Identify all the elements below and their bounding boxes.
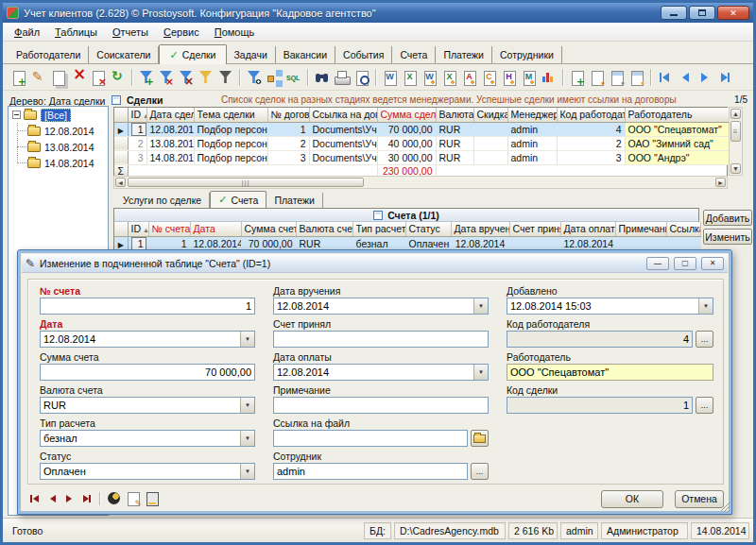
export-html-icon[interactable]: [499, 67, 519, 87]
col-note[interactable]: Примечание: [615, 222, 666, 236]
currency-input[interactable]: [40, 397, 255, 414]
col-subject[interactable]: Тема сделки: [194, 108, 267, 122]
deal-lookup-button[interactable]: ...: [696, 397, 713, 414]
dropdown-arrow-icon[interactable]: [240, 398, 254, 413]
file-link-input[interactable]: [273, 430, 468, 447]
col-discount[interactable]: Скидка: [473, 108, 507, 122]
menu-tables[interactable]: Таблицы: [47, 25, 105, 40]
protocol-icon[interactable]: [144, 490, 161, 507]
tree-node-date1[interactable]: 12.08.2014: [27, 123, 108, 139]
col-amount[interactable]: Сумма сделки: [377, 108, 436, 122]
col-link[interactable]: Ссылка: [666, 222, 700, 236]
filter-remove-icon[interactable]: [156, 67, 176, 87]
tree-setup-icon[interactable]: [264, 67, 284, 87]
payment-date-input[interactable]: [273, 364, 489, 381]
delivery-date-input[interactable]: [273, 298, 489, 315]
tab-vacancies[interactable]: Вакансии: [276, 46, 335, 63]
deals-row-3[interactable]: 3 14.08.2014 Подбор персонала 3 Document…: [114, 150, 729, 164]
employer-input[interactable]: [507, 364, 713, 381]
dialog-resize-grip[interactable]: [720, 502, 730, 512]
dropdown-arrow-icon[interactable]: [698, 298, 713, 314]
scroll-left-icon[interactable]: ◄: [115, 178, 126, 187]
cancel-button[interactable]: Отмена: [675, 490, 724, 508]
record-delete-icon[interactable]: [68, 67, 88, 87]
filter-view-icon[interactable]: [244, 67, 264, 87]
preview-icon[interactable]: [352, 67, 371, 87]
filter-remove-all-icon[interactable]: [176, 67, 196, 87]
hscroll-thumb[interactable]: |||: [128, 178, 364, 187]
refresh-icon[interactable]: [108, 67, 128, 87]
menu-file[interactable]: Файл: [7, 25, 47, 40]
dialog-close-button[interactable]: ✕: [701, 257, 724, 270]
template-icon[interactable]: [125, 490, 142, 507]
col-amount[interactable]: Сумма счета: [241, 222, 296, 236]
record-copy-icon[interactable]: [48, 67, 68, 87]
ok-button[interactable]: ОК: [601, 490, 663, 508]
scroll-up-icon[interactable]: ▲: [730, 109, 741, 119]
tree-node-date3[interactable]: 14.08.2014: [27, 155, 108, 171]
table-delete-icon[interactable]: [88, 67, 108, 87]
record-last-icon[interactable]: [78, 491, 94, 506]
col-currency[interactable]: Валюта счета: [296, 222, 352, 236]
subtab-services[interactable]: Услуги по сделке: [115, 193, 210, 208]
export-xml-icon[interactable]: [519, 67, 539, 87]
vscroll-thumb[interactable]: ≡: [730, 121, 741, 142]
browse-file-button[interactable]: [471, 430, 489, 447]
nav-next-icon[interactable]: [695, 67, 714, 87]
col-manager[interactable]: Менеджер: [507, 108, 557, 122]
dropdown-arrow-icon[interactable]: [473, 365, 488, 380]
deals-vscrollbar[interactable]: ▲ ≡ ▼: [729, 107, 743, 176]
sql-query-icon[interactable]: [284, 67, 303, 87]
menu-reports[interactable]: Отчеты: [105, 25, 156, 40]
tab-tasks[interactable]: Задачи: [227, 46, 276, 63]
dialog-maximize-button[interactable]: ▢: [674, 257, 696, 270]
tree-root-label[interactable]: [Все]: [41, 109, 71, 122]
amount-input[interactable]: [40, 364, 255, 381]
filter-custom-icon[interactable]: [196, 67, 215, 87]
record-edit-icon[interactable]: [28, 67, 48, 87]
dropdown-arrow-icon[interactable]: [473, 298, 488, 314]
col-invoice-no[interactable]: № счета: [148, 222, 190, 236]
col-deal-date[interactable]: Дата сделки: [146, 108, 194, 122]
record-next-icon[interactable]: [61, 491, 77, 506]
merge-excel-icon[interactable]: [439, 67, 459, 87]
deals-hscrollbar[interactable]: ◄ ||| ►: [113, 176, 728, 189]
col-delivery-date[interactable]: Дата вручения: [451, 222, 509, 236]
col-payment-date[interactable]: Дата оплаты: [560, 222, 615, 236]
accepted-by-input[interactable]: [273, 331, 489, 348]
tab-staff[interactable]: Сотрудники: [492, 46, 562, 63]
filter-disable-icon[interactable]: [215, 67, 235, 87]
nav-last-icon[interactable]: [714, 67, 734, 87]
nav-first-icon[interactable]: [655, 67, 675, 87]
col-currency[interactable]: Валюта: [436, 108, 473, 122]
tree-node-date2[interactable]: 13.08.2014: [27, 139, 108, 155]
menu-service[interactable]: Сервис: [156, 25, 207, 40]
record-add-icon[interactable]: [9, 67, 28, 87]
tab-payments[interactable]: Платежи: [436, 46, 492, 63]
deal-code-input[interactable]: [507, 397, 693, 414]
merge-word-icon[interactable]: [420, 67, 439, 87]
col-contract-link[interactable]: Ссылка на договор: [309, 108, 377, 122]
scroll-right-icon[interactable]: ►: [715, 178, 726, 187]
menu-help[interactable]: Помощь: [207, 25, 263, 40]
employee-lookup-button[interactable]: ...: [471, 463, 489, 480]
status-input[interactable]: [40, 463, 255, 480]
edit-invoice-button[interactable]: Изменить: [703, 229, 752, 245]
record-prev-icon[interactable]: [44, 491, 60, 506]
filter-add-icon[interactable]: [136, 67, 156, 87]
tab-applicants[interactable]: Соискатели: [89, 46, 159, 63]
tree-expander-icon[interactable]: [12, 111, 21, 119]
minimize-button[interactable]: [661, 6, 687, 20]
col-payment-type[interactable]: Тип расчета: [352, 222, 405, 236]
date-input[interactable]: [40, 331, 255, 348]
search-icon[interactable]: [312, 67, 332, 87]
scroll-down-icon[interactable]: ▼: [730, 163, 741, 174]
col-employer-code[interactable]: Код работодателя: [557, 108, 625, 122]
col-id[interactable]: ID: [128, 222, 148, 236]
col-id[interactable]: ID: [128, 108, 146, 122]
child-add-icon[interactable]: [567, 67, 587, 87]
dialog-minimize-button[interactable]: —: [646, 257, 669, 270]
export-calc-icon[interactable]: [479, 67, 499, 87]
tab-deals[interactable]: ✓Сделки: [159, 44, 226, 64]
chart-icon[interactable]: [539, 67, 558, 87]
